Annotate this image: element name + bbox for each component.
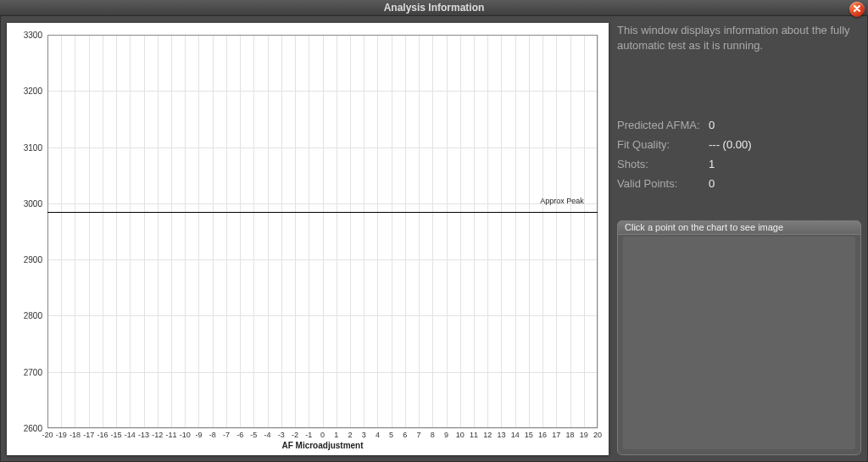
gridline-horizontal — [47, 428, 598, 429]
content-area: Approx Peak-20-19-18-17-16-15-14-13-12-1… — [0, 16, 868, 462]
gridline-vertical — [103, 35, 103, 428]
gridline-vertical — [309, 35, 309, 428]
x-tick-label: -13 — [138, 431, 149, 439]
stat-valid-points: Valid Points: 0 — [617, 177, 861, 190]
x-tick-label: 6 — [403, 431, 407, 439]
x-tick-label: 12 — [483, 431, 492, 439]
x-tick-label: 4 — [376, 431, 380, 439]
x-tick-label: 11 — [470, 431, 478, 439]
gridline-vertical — [198, 35, 199, 428]
plot-area[interactable]: Approx Peak — [47, 35, 598, 428]
x-tick-label: -1 — [305, 431, 312, 439]
x-tick-label: 16 — [538, 431, 547, 439]
gridline-vertical — [432, 35, 433, 428]
x-tick-label: 0 — [320, 431, 325, 439]
y-tick-label: 3300 — [24, 31, 42, 40]
gridline-vertical — [598, 35, 598, 428]
gridline-vertical — [295, 35, 296, 428]
x-tick-label: -6 — [236, 431, 243, 439]
gridline-vertical — [130, 35, 131, 428]
y-tick-label: 3100 — [24, 142, 42, 152]
analysis-window: Analysis Information Approx Peak-20-19-1… — [0, 0, 868, 462]
gridline-horizontal — [47, 35, 598, 36]
stat-label: Predicted AFMA: — [617, 119, 709, 131]
x-tick-label: -11 — [166, 431, 177, 439]
x-tick-label: -9 — [195, 431, 202, 439]
close-button[interactable] — [849, 2, 865, 17]
x-tick-label: 2 — [348, 431, 352, 439]
x-tick-label: 15 — [525, 431, 533, 439]
gridline-vertical — [226, 35, 227, 428]
stat-value: --- (0.00) — [709, 138, 752, 151]
gridline-vertical — [337, 35, 337, 428]
gridline-vertical — [240, 35, 241, 428]
x-tick-label: -18 — [70, 431, 81, 439]
stat-value: 1 — [709, 158, 715, 170]
x-tick-label: 20 — [593, 431, 602, 439]
gridline-vertical — [75, 35, 75, 428]
chart-panel[interactable]: Approx Peak-20-19-18-17-16-15-14-13-12-1… — [7, 23, 609, 455]
gridline-vertical — [487, 35, 488, 428]
gridline-vertical — [447, 35, 448, 428]
preview-hint: Click a point on the chart to see image — [617, 220, 861, 235]
close-icon — [853, 3, 861, 15]
x-tick-label: -12 — [152, 431, 163, 439]
description-text: This window displays information about t… — [617, 23, 861, 53]
x-tick-label: 1 — [334, 431, 338, 439]
gridline-vertical — [268, 35, 269, 428]
x-tick-label: 8 — [431, 431, 435, 439]
gridline-vertical — [185, 35, 186, 428]
gridline-vertical — [584, 35, 585, 428]
side-panel: This window displays information about t… — [617, 23, 861, 455]
x-tick-label: -5 — [250, 431, 257, 439]
x-tick-label: 3 — [362, 431, 366, 439]
gridline-vertical — [350, 35, 351, 428]
gridline-vertical — [323, 35, 324, 428]
y-tick-label: 2800 — [24, 311, 42, 320]
stat-value: 0 — [709, 177, 715, 190]
series-line — [47, 212, 598, 213]
x-tick-label: 9 — [444, 431, 448, 439]
x-tick-label: -2 — [292, 431, 298, 439]
gridline-vertical — [460, 35, 461, 428]
gridline-vertical — [392, 35, 392, 428]
titlebar: Analysis Information — [0, 0, 868, 16]
gridline-horizontal — [47, 148, 598, 148]
x-tick-label: 14 — [511, 431, 520, 439]
x-tick-label: -16 — [97, 431, 108, 439]
x-axis-title: AF Microadjustment — [281, 441, 363, 450]
x-tick-label: -14 — [125, 431, 136, 439]
preview-box: Click a point on the chart to see image — [617, 220, 861, 455]
x-tick-label: 18 — [566, 431, 575, 439]
gridline-vertical — [529, 35, 530, 428]
x-tick-label: 17 — [552, 431, 560, 439]
gridline-vertical — [253, 35, 254, 428]
stat-label: Valid Points: — [617, 177, 709, 190]
y-tick-label: 3200 — [24, 86, 42, 96]
stat-value: 0 — [709, 119, 715, 131]
gridline-vertical — [515, 35, 516, 428]
gridline-horizontal — [47, 315, 598, 316]
gridline-vertical — [570, 35, 571, 428]
stat-predicted-afma: Predicted AFMA: 0 — [617, 119, 861, 131]
x-tick-label: -20 — [42, 431, 53, 439]
gridline-vertical — [501, 35, 502, 428]
x-tick-label: 10 — [456, 431, 465, 439]
stat-label: Shots: — [617, 158, 709, 170]
window-title: Analysis Information — [384, 2, 485, 14]
gridline-vertical — [419, 35, 420, 428]
x-tick-label: 19 — [580, 431, 588, 439]
gridline-vertical — [116, 35, 117, 428]
x-tick-label: -8 — [209, 431, 216, 439]
gridline-vertical — [144, 35, 145, 428]
y-tick-label: 2600 — [24, 424, 42, 433]
stat-shots: Shots: 1 — [617, 158, 861, 170]
gridline-vertical — [89, 35, 90, 428]
x-tick-label: -15 — [111, 431, 122, 439]
y-tick-label: 2900 — [24, 255, 42, 264]
stat-label: Fit Quality: — [617, 138, 709, 151]
gridline-vertical — [171, 35, 172, 428]
x-tick-label: -19 — [56, 431, 67, 439]
gridline-vertical — [47, 35, 48, 428]
x-tick-label: 5 — [389, 431, 393, 439]
